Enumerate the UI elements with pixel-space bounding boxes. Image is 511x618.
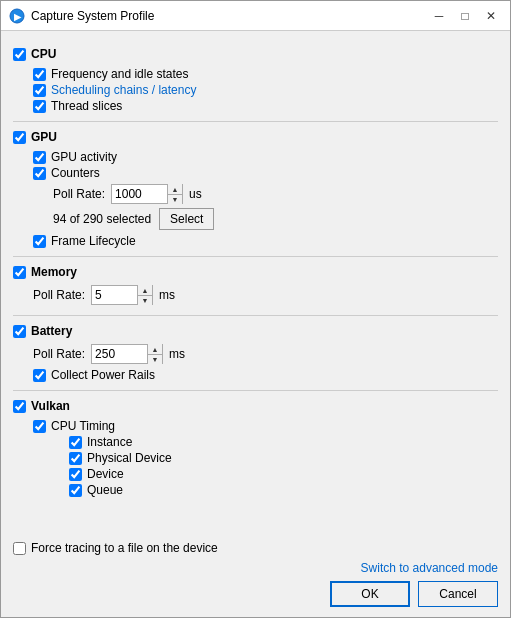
gpu-select-info: 94 of 290 selected — [53, 212, 151, 226]
queue-label: Queue — [87, 483, 123, 497]
thread-checkbox[interactable] — [33, 100, 46, 113]
force-tracing-checkbox[interactable] — [13, 542, 26, 555]
advanced-link-row: Switch to advanced mode — [13, 561, 498, 575]
gpu-counters-checkbox[interactable] — [33, 167, 46, 180]
footer-buttons: OK Cancel — [13, 581, 498, 607]
main-window: ▶ Capture System Profile ─ □ ✕ CPU Frequ… — [0, 0, 511, 618]
cancel-button[interactable]: Cancel — [418, 581, 498, 607]
vulkan-label: Vulkan — [31, 399, 70, 413]
gpu-label: GPU — [31, 130, 57, 144]
battery-checkbox-row: Battery — [13, 324, 72, 338]
physical-device-row: Physical Device — [69, 451, 498, 465]
gpu-activity-row: GPU activity — [33, 150, 498, 164]
force-tracing-label: Force tracing to a file on the device — [31, 541, 218, 555]
battery-poll-up-button[interactable]: ▲ — [148, 344, 162, 354]
gpu-counters-row: Counters — [33, 166, 498, 180]
minimize-button[interactable]: ─ — [428, 5, 450, 27]
gpu-checkbox[interactable] — [13, 131, 26, 144]
memory-poll-up-button[interactable]: ▲ — [138, 285, 152, 295]
vulkan-checkbox[interactable] — [13, 400, 26, 413]
vulkan-header: Vulkan — [13, 397, 498, 415]
gpu-poll-input[interactable] — [112, 185, 167, 203]
gpu-section: GPU GPU activity Counters Poll Rate: — [13, 122, 498, 257]
close-button[interactable]: ✕ — [480, 5, 502, 27]
physical-device-checkbox[interactable] — [69, 452, 82, 465]
freq-row: Frequency and idle states — [33, 67, 498, 81]
frame-lifecycle-label: Frame Lifecycle — [51, 234, 136, 248]
queue-checkbox[interactable] — [69, 484, 82, 497]
gpu-poll-up-button[interactable]: ▲ — [168, 184, 182, 194]
app-icon: ▶ — [9, 8, 25, 24]
battery-poll-down-button[interactable]: ▼ — [148, 354, 162, 364]
cpu-timing-row: CPU Timing — [33, 419, 498, 433]
queue-row: Queue — [69, 483, 498, 497]
ok-button[interactable]: OK — [330, 581, 410, 607]
device-label: Device — [87, 467, 124, 481]
instance-row: Instance — [69, 435, 498, 449]
cpu-timing-checkbox[interactable] — [33, 420, 46, 433]
battery-section: Battery Poll Rate: ▲ ▼ ms — [13, 316, 498, 391]
svg-text:▶: ▶ — [14, 12, 22, 22]
memory-label: Memory — [31, 265, 77, 279]
cpu-label: CPU — [31, 47, 56, 61]
memory-checkbox-row: Memory — [13, 265, 77, 279]
footer: Force tracing to a file on the device Sw… — [1, 533, 510, 617]
device-row: Device — [69, 467, 498, 481]
main-content: CPU Frequency and idle states Scheduling… — [1, 31, 510, 533]
vulkan-items: CPU Timing Instance Physical Device Devi… — [13, 419, 498, 497]
memory-items: Poll Rate: ▲ ▼ ms — [13, 285, 498, 305]
cpu-checkbox[interactable] — [13, 48, 26, 61]
freq-checkbox[interactable] — [33, 68, 46, 81]
battery-header: Battery — [13, 322, 498, 340]
gpu-select-row: 94 of 290 selected Select — [53, 208, 498, 230]
gpu-poll-spin-buttons: ▲ ▼ — [167, 184, 182, 204]
memory-poll-down-button[interactable]: ▼ — [138, 295, 152, 305]
battery-poll-row: Poll Rate: ▲ ▼ ms — [33, 344, 498, 364]
gpu-poll-label: Poll Rate: — [53, 187, 105, 201]
memory-poll-label: Poll Rate: — [33, 288, 85, 302]
gpu-poll-spinbox: ▲ ▼ — [111, 184, 183, 204]
physical-device-label: Physical Device — [87, 451, 172, 465]
window-controls: ─ □ ✕ — [428, 5, 502, 27]
battery-poll-spinbox: ▲ ▼ — [91, 344, 163, 364]
battery-poll-input[interactable] — [92, 345, 147, 363]
cpu-checkbox-row: CPU — [13, 47, 56, 61]
frame-lifecycle-row: Frame Lifecycle — [33, 234, 498, 248]
gpu-counters-label: Counters — [51, 166, 100, 180]
collect-power-label: Collect Power Rails — [51, 368, 155, 382]
thread-row: Thread slices — [33, 99, 498, 113]
gpu-checkbox-row: GPU — [13, 130, 57, 144]
memory-poll-unit: ms — [159, 288, 175, 302]
collect-power-row: Collect Power Rails — [33, 368, 498, 382]
device-checkbox[interactable] — [69, 468, 82, 481]
vulkan-section: Vulkan CPU Timing Instance Physical Devi… — [13, 391, 498, 505]
gpu-poll-down-button[interactable]: ▼ — [168, 194, 182, 204]
memory-section: Memory Poll Rate: ▲ ▼ ms — [13, 257, 498, 316]
cpu-header: CPU — [13, 45, 498, 63]
window-title: Capture System Profile — [31, 9, 428, 23]
force-tracing-row: Force tracing to a file on the device — [13, 541, 498, 555]
battery-checkbox[interactable] — [13, 325, 26, 338]
battery-poll-unit: ms — [169, 347, 185, 361]
titlebar: ▶ Capture System Profile ─ □ ✕ — [1, 1, 510, 31]
vulkan-checkbox-row: Vulkan — [13, 399, 70, 413]
freq-label: Frequency and idle states — [51, 67, 188, 81]
memory-poll-spinbox: ▲ ▼ — [91, 285, 153, 305]
collect-power-checkbox[interactable] — [33, 369, 46, 382]
gpu-select-button[interactable]: Select — [159, 208, 214, 230]
cpu-section: CPU Frequency and idle states Scheduling… — [13, 39, 498, 122]
advanced-mode-link[interactable]: Switch to advanced mode — [361, 561, 498, 575]
frame-lifecycle-checkbox[interactable] — [33, 235, 46, 248]
memory-checkbox[interactable] — [13, 266, 26, 279]
memory-poll-input[interactable] — [92, 286, 137, 304]
gpu-activity-checkbox[interactable] — [33, 151, 46, 164]
thread-label: Thread slices — [51, 99, 122, 113]
sched-row: Scheduling chains / latency — [33, 83, 498, 97]
gpu-poll-unit: us — [189, 187, 202, 201]
gpu-header: GPU — [13, 128, 498, 146]
instance-checkbox[interactable] — [69, 436, 82, 449]
gpu-poll-section: Poll Rate: ▲ ▼ us 94 of 290 selected Se — [33, 184, 498, 230]
cpu-timing-label: CPU Timing — [51, 419, 115, 433]
sched-checkbox[interactable] — [33, 84, 46, 97]
maximize-button[interactable]: □ — [454, 5, 476, 27]
